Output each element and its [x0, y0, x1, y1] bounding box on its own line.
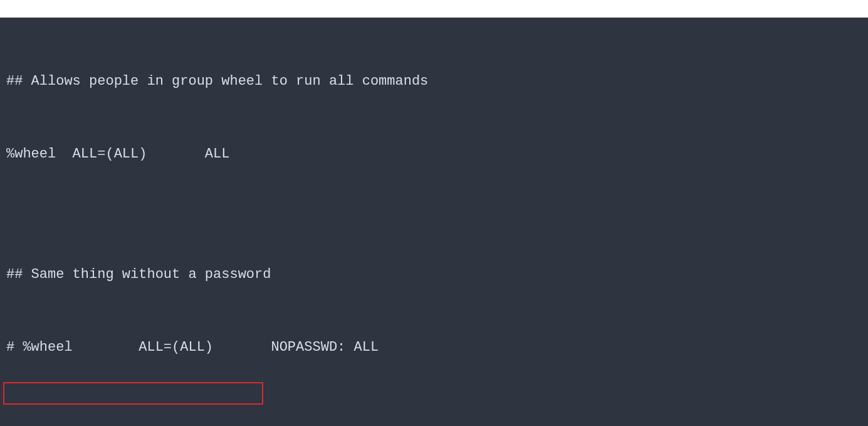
top-white-gap [0, 0, 868, 18]
terminal-line: # %wheel ALL=(ALL) NOPASSWD: ALL [6, 336, 862, 360]
terminal-line: %wheel ALL=(ALL) ALL [6, 142, 862, 167]
highlight-annotation-box [3, 382, 263, 405]
terminal-window[interactable]: ## Allows people in group wheel to run a… [0, 18, 868, 426]
terminal-line: ## Same thing without a password [6, 263, 862, 287]
terminal-line: ## Allows people in group wheel to run a… [6, 70, 862, 94]
